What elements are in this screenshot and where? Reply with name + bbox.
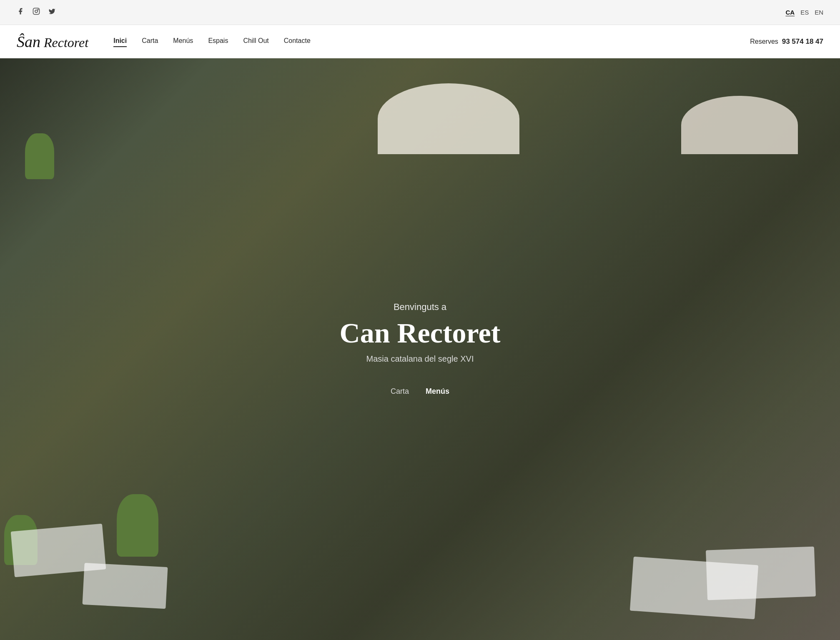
lang-es[interactable]: ES <box>800 9 809 16</box>
hero-section: Benvinguts a Can Rectoret Masia catalana… <box>0 58 840 640</box>
top-bar: CA ES EN <box>0 0 840 25</box>
hero-cta: Carta Menús <box>391 387 449 397</box>
hero-content: Benvinguts a Can Rectoret Masia catalana… <box>0 58 840 640</box>
svg-point-2 <box>38 9 38 10</box>
nav-reserves: Reserves 93 574 18 47 <box>750 38 823 46</box>
twitter-icon[interactable] <box>48 8 56 17</box>
nav-contacte[interactable]: Contacte <box>284 37 311 46</box>
site-logo[interactable]: Ŝan Rectoret <box>17 32 88 51</box>
nav-links: Inici Carta Menús Espais Chill Out Conta… <box>113 37 750 46</box>
language-switcher: CA ES EN <box>785 9 823 16</box>
nav-menus[interactable]: Menús <box>173 37 193 46</box>
nav-carta[interactable]: Carta <box>142 37 158 46</box>
cta-menus[interactable]: Menús <box>426 387 449 397</box>
hero-title: Can Rectoret <box>340 318 501 349</box>
navbar: Ŝan Rectoret Inici Carta Menús Espais Ch… <box>0 25 840 58</box>
lang-en[interactable]: EN <box>815 9 823 16</box>
cta-carta[interactable]: Carta <box>391 387 409 397</box>
nav-chill-out[interactable]: Chill Out <box>243 37 268 46</box>
hero-subtitle: Benvinguts a <box>394 302 446 312</box>
lang-ca[interactable]: CA <box>785 9 795 16</box>
nav-espais[interactable]: Espais <box>208 37 228 46</box>
phone-number[interactable]: 93 574 18 47 <box>782 38 823 45</box>
facebook-icon[interactable] <box>17 8 24 17</box>
social-icons <box>17 8 56 17</box>
instagram-icon[interactable] <box>33 8 40 17</box>
svg-point-1 <box>35 10 38 12</box>
hero-tagline: Masia catalana del segle XVI <box>366 354 474 364</box>
svg-rect-0 <box>33 8 40 15</box>
nav-inici[interactable]: Inici <box>113 37 127 46</box>
